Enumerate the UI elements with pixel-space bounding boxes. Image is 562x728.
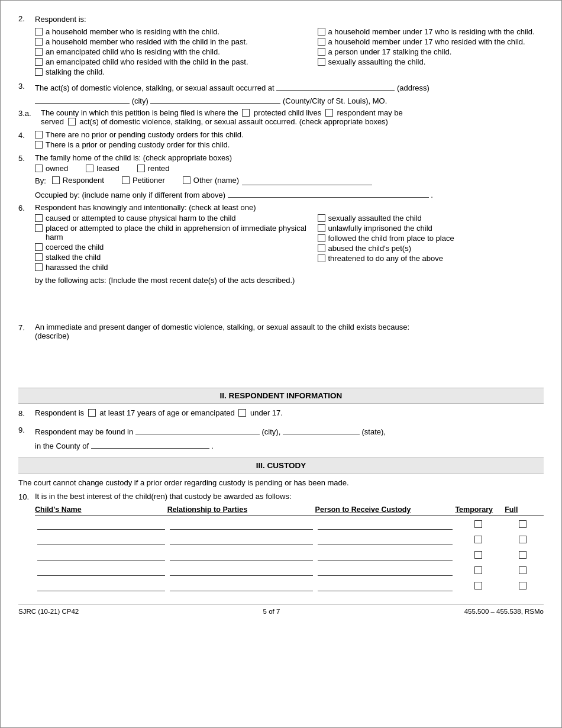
row4-child-line[interactable] (37, 563, 165, 576)
cb-3a-1[interactable] (242, 109, 250, 117)
cb-3a-3[interactable] (68, 118, 76, 125)
cb-6-left-2[interactable] (35, 224, 43, 232)
item-6-title: Respondent has knowingly and intentional… (35, 203, 544, 212)
cb-row1-full[interactable] (519, 520, 527, 528)
row3-child-line[interactable] (37, 547, 165, 561)
item-9-city-field[interactable] (135, 425, 260, 434)
item-5: 5. The family home of the child is: (che… (18, 153, 544, 199)
item-2-right-opt-4: sexually assaulting the child. (318, 57, 544, 66)
item-6-blank-area (35, 285, 544, 320)
item-6-left-4-label: stalked the child (46, 253, 101, 262)
item-6-left-4: stalked the child (35, 253, 312, 262)
row3-rel-line[interactable] (170, 547, 313, 561)
row5-child-line[interactable] (37, 578, 165, 591)
cb-8-1[interactable] (88, 409, 96, 417)
item-3-address-field[interactable] (276, 81, 395, 91)
cb-6-right-3[interactable] (318, 234, 325, 242)
item-4-opt1-label: There are no prior or pending custody or… (46, 130, 244, 139)
row2-person-line[interactable] (318, 532, 453, 545)
cb-2-left-2[interactable] (35, 38, 43, 46)
cb-5-other[interactable] (183, 176, 190, 184)
cb-5-respondent[interactable] (52, 176, 60, 184)
cb-row5-full[interactable] (519, 582, 527, 590)
row4-person-line[interactable] (318, 563, 453, 576)
row2-rel-line[interactable] (170, 532, 313, 545)
cb-row5-temp[interactable] (474, 582, 482, 590)
cb-6-left-1[interactable] (35, 214, 43, 222)
item-5-num: 5. (18, 153, 35, 163)
cb-row2-full[interactable] (519, 536, 527, 543)
item-6-acts-label: by the following acts: (Include the most… (35, 276, 544, 285)
cb-row4-full[interactable] (519, 566, 527, 574)
item-2-right-opt-1-label: a household member under 17 who is resid… (328, 27, 535, 36)
item-9-county-field[interactable] (91, 439, 209, 449)
cb-6-right-2[interactable] (318, 224, 325, 232)
row2-full-cell (505, 531, 544, 546)
item-10-num: 10. (18, 492, 35, 501)
item-4-opt2-label: There is a prior or pending custody orde… (46, 140, 230, 149)
cb-6-right-1[interactable] (318, 214, 325, 222)
cb-6-left-3[interactable] (35, 243, 43, 251)
cb-3a-2[interactable] (325, 109, 333, 117)
item-3a-cb2-label: respondent may be (337, 108, 403, 117)
cb-2-right-3[interactable] (318, 48, 325, 56)
item-9-state-field[interactable] (283, 425, 360, 434)
item-6-left-1: caused or attempted to cause physical ha… (35, 214, 312, 223)
cb-row1-temp[interactable] (474, 520, 482, 528)
cb-5-leased[interactable] (86, 165, 93, 172)
cb-6-right-4[interactable] (318, 244, 325, 252)
row1-child-cell (35, 515, 167, 531)
item-8: 8. Respondent is at least 17 years of ag… (18, 408, 544, 422)
row1-rel-line[interactable] (170, 517, 313, 530)
item-7: 7. An immediate and present danger of do… (18, 323, 544, 382)
cb-5-rented[interactable] (137, 165, 145, 172)
cb-4-1[interactable] (35, 131, 43, 138)
cb-row3-temp[interactable] (474, 551, 482, 559)
row3-temp-cell (455, 546, 505, 562)
cb-4-2[interactable] (35, 141, 43, 149)
item-6-right-1: sexually assaulted the child (318, 214, 544, 223)
row5-person-line[interactable] (318, 578, 453, 591)
cb-5-petitioner[interactable] (122, 176, 130, 184)
row1-child-line[interactable] (37, 517, 165, 530)
cb-2-left-1[interactable] (35, 28, 43, 36)
row5-full-cell (505, 577, 544, 592)
item-3-city-field[interactable] (35, 94, 130, 104)
item-6-right-2-label: unlawfully imprisoned the child (328, 224, 432, 233)
cb-8-2[interactable] (238, 409, 246, 417)
item-5-by-label: By: (35, 176, 46, 185)
item-3-county-field[interactable] (150, 94, 280, 104)
cb-2-left-3[interactable] (35, 48, 43, 56)
item-6-left: caused or attempted to cause physical ha… (35, 214, 312, 273)
cb-2-right-2[interactable] (318, 38, 325, 46)
item-8-cb2-label: under 17. (250, 408, 283, 417)
page: 2. Respondent is: a household member who… (0, 0, 562, 728)
cb-row2-temp[interactable] (474, 536, 482, 543)
cb-6-left-4[interactable] (35, 253, 43, 261)
item-3a-line1: The county in which this petition is bei… (41, 108, 544, 117)
row1-person-line[interactable] (318, 517, 453, 530)
cb-2-left-5[interactable] (35, 68, 43, 76)
item-6-right-3: followed the child from place to place (318, 234, 544, 243)
cb-5-owned[interactable] (35, 165, 43, 172)
item-2-right-opt-2-label: a household member under 17 who resided … (328, 37, 525, 46)
cb-2-right-4[interactable] (318, 58, 325, 66)
item-3-content: The act(s) of domestic violence, stalkin… (35, 81, 544, 105)
cb-6-left-5[interactable] (35, 263, 43, 271)
row3-person-line[interactable] (318, 547, 453, 561)
cb-6-right-5[interactable] (318, 255, 325, 262)
cb-2-left-4[interactable] (35, 58, 43, 66)
row4-rel-line[interactable] (170, 563, 313, 576)
item-2-cols: a household member who is residing with … (35, 27, 544, 78)
item-2-left-opt-4-label: an emancipated child who resided with th… (46, 57, 248, 66)
item-2-left-opt-5-label: stalking the child. (46, 67, 105, 76)
cb-2-right-1[interactable] (318, 28, 325, 36)
cb-row3-full[interactable] (519, 551, 527, 559)
row5-rel-line[interactable] (170, 578, 313, 591)
cb-row4-temp[interactable] (474, 566, 482, 574)
row2-child-line[interactable] (37, 532, 165, 545)
item-5-occupied-field[interactable] (228, 188, 429, 198)
item-3-line1: The act(s) of domestic violence, stalkin… (35, 81, 544, 92)
item-5-other-name-field[interactable] (242, 176, 372, 185)
item-5-title: The family home of the child is: (check … (35, 153, 544, 162)
